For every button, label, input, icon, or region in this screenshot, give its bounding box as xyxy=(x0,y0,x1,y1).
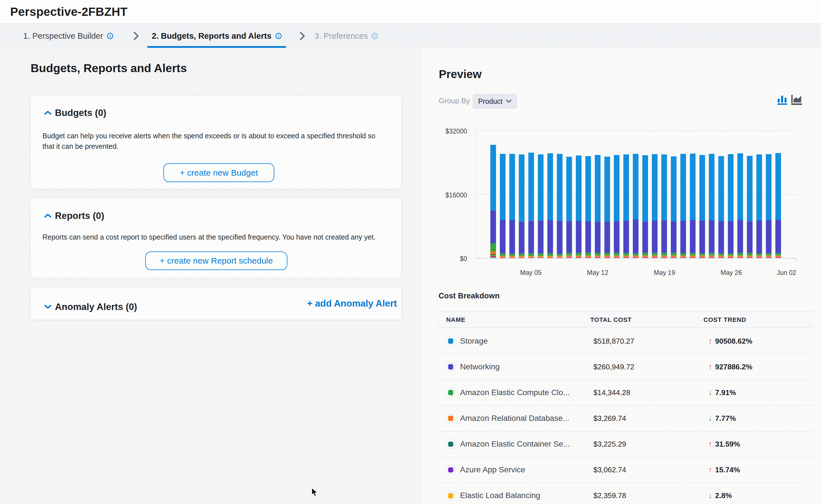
svg-text:May 12: May 12 xyxy=(587,269,608,276)
svg-text:$16000: $16000 xyxy=(445,191,467,199)
svg-text:May 26: May 26 xyxy=(721,269,742,276)
svg-text:$32000: $32000 xyxy=(445,128,467,135)
svg-text:$0: $0 xyxy=(460,255,467,262)
svg-text:May 19: May 19 xyxy=(654,269,675,276)
svg-text:Jun 02: Jun 02 xyxy=(777,269,796,276)
svg-text:May 05: May 05 xyxy=(520,269,541,276)
